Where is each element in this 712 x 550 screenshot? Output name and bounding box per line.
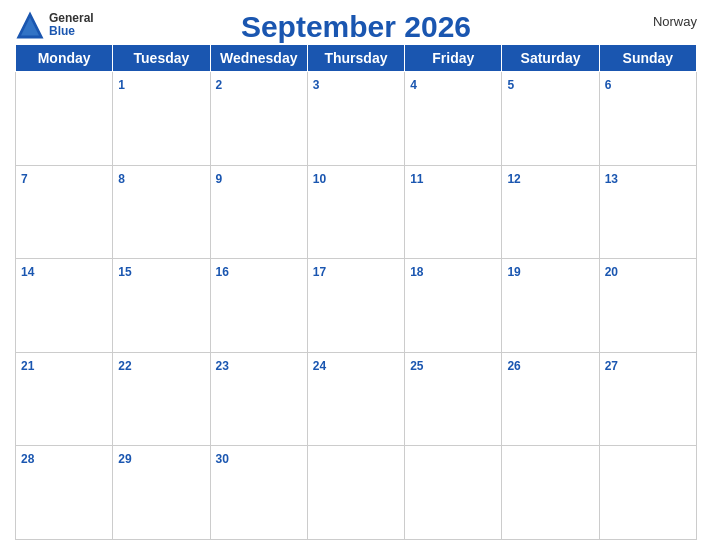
date-number: 21 xyxy=(21,359,34,373)
date-number: 24 xyxy=(313,359,326,373)
cell-week4-day3: 23 xyxy=(210,352,307,446)
col-tuesday: Tuesday xyxy=(113,45,210,72)
country-label: Norway xyxy=(653,14,697,29)
cell-week1-day1 xyxy=(16,72,113,166)
col-thursday: Thursday xyxy=(307,45,404,72)
cell-week4-day7: 27 xyxy=(599,352,696,446)
cell-week5-day5 xyxy=(405,446,502,540)
date-number: 22 xyxy=(118,359,131,373)
week-row-3: 14151617181920 xyxy=(16,259,697,353)
calendar-title: September 2026 xyxy=(241,10,471,44)
date-number: 25 xyxy=(410,359,423,373)
title-area: September 2026 xyxy=(241,10,471,44)
date-number: 11 xyxy=(410,172,423,186)
cell-week3-day4: 17 xyxy=(307,259,404,353)
week-row-1: 123456 xyxy=(16,72,697,166)
cell-week5-day2: 29 xyxy=(113,446,210,540)
date-number: 30 xyxy=(216,452,229,466)
cell-week4-day5: 25 xyxy=(405,352,502,446)
date-number: 8 xyxy=(118,172,125,186)
cell-week4-day6: 26 xyxy=(502,352,599,446)
cell-week5-day4 xyxy=(307,446,404,540)
logo: General Blue xyxy=(15,10,94,40)
date-number: 3 xyxy=(313,78,320,92)
date-number: 19 xyxy=(507,265,520,279)
cell-week5-day1: 28 xyxy=(16,446,113,540)
date-number: 18 xyxy=(410,265,423,279)
col-friday: Friday xyxy=(405,45,502,72)
date-number: 20 xyxy=(605,265,618,279)
date-number: 4 xyxy=(410,78,417,92)
logo-blue-text: Blue xyxy=(49,25,94,38)
cell-week4-day4: 24 xyxy=(307,352,404,446)
week-row-4: 21222324252627 xyxy=(16,352,697,446)
date-number: 1 xyxy=(118,78,125,92)
cell-week3-day7: 20 xyxy=(599,259,696,353)
date-number: 28 xyxy=(21,452,34,466)
logo-icon xyxy=(15,10,45,40)
date-number: 9 xyxy=(216,172,223,186)
cell-week2-day5: 11 xyxy=(405,165,502,259)
cell-week3-day6: 19 xyxy=(502,259,599,353)
cell-week3-day2: 15 xyxy=(113,259,210,353)
cell-week4-day2: 22 xyxy=(113,352,210,446)
cell-week3-day1: 14 xyxy=(16,259,113,353)
date-number: 16 xyxy=(216,265,229,279)
col-wednesday: Wednesday xyxy=(210,45,307,72)
cell-week1-day4: 3 xyxy=(307,72,404,166)
cell-week1-day5: 4 xyxy=(405,72,502,166)
date-number: 15 xyxy=(118,265,131,279)
calendar-header: General Blue September 2026 Norway xyxy=(15,10,697,40)
week-row-5: 282930 xyxy=(16,446,697,540)
cell-week2-day4: 10 xyxy=(307,165,404,259)
cell-week3-day5: 18 xyxy=(405,259,502,353)
calendar-table: Monday Tuesday Wednesday Thursday Friday… xyxy=(15,44,697,540)
cell-week5-day6 xyxy=(502,446,599,540)
date-number: 27 xyxy=(605,359,618,373)
cell-week3-day3: 16 xyxy=(210,259,307,353)
cell-week1-day6: 5 xyxy=(502,72,599,166)
cell-week2-day7: 13 xyxy=(599,165,696,259)
cell-week5-day7 xyxy=(599,446,696,540)
date-number: 5 xyxy=(507,78,514,92)
cell-week2-day6: 12 xyxy=(502,165,599,259)
date-number: 2 xyxy=(216,78,223,92)
date-number: 17 xyxy=(313,265,326,279)
date-number: 26 xyxy=(507,359,520,373)
cell-week4-day1: 21 xyxy=(16,352,113,446)
col-saturday: Saturday xyxy=(502,45,599,72)
date-number: 14 xyxy=(21,265,34,279)
cell-week2-day3: 9 xyxy=(210,165,307,259)
cell-week1-day7: 6 xyxy=(599,72,696,166)
cell-week1-day3: 2 xyxy=(210,72,307,166)
date-number: 23 xyxy=(216,359,229,373)
cell-week2-day1: 7 xyxy=(16,165,113,259)
date-number: 10 xyxy=(313,172,326,186)
col-monday: Monday xyxy=(16,45,113,72)
date-number: 13 xyxy=(605,172,618,186)
date-number: 29 xyxy=(118,452,131,466)
col-sunday: Sunday xyxy=(599,45,696,72)
week-row-2: 78910111213 xyxy=(16,165,697,259)
cell-week1-day2: 1 xyxy=(113,72,210,166)
date-number: 7 xyxy=(21,172,28,186)
cell-week2-day2: 8 xyxy=(113,165,210,259)
date-number: 12 xyxy=(507,172,520,186)
cell-week5-day3: 30 xyxy=(210,446,307,540)
day-header-row: Monday Tuesday Wednesday Thursday Friday… xyxy=(16,45,697,72)
date-number: 6 xyxy=(605,78,612,92)
